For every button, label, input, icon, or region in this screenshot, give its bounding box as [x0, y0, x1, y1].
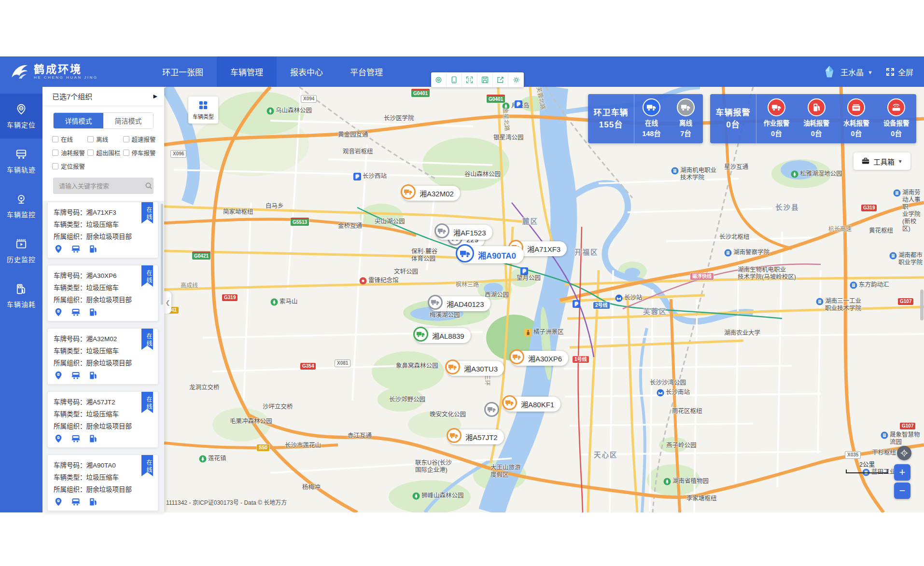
- fuel-icon[interactable]: [88, 434, 98, 443]
- fuel-icon[interactable]: [88, 371, 98, 380]
- fullscreen-icon[interactable]: [885, 67, 895, 77]
- fuel-icon[interactable]: [88, 307, 98, 317]
- sidebar-item-icon: [15, 283, 28, 295]
- toolbox-button[interactable]: 工具箱 ▼: [854, 152, 910, 170]
- sidebar-item-车辆油耗[interactable]: 车辆油耗: [0, 273, 42, 318]
- plate-value: 湘A90TA0: [86, 462, 116, 469]
- plate-label: 车牌号码：: [54, 399, 86, 406]
- user-chevron-down-icon[interactable]: ▼: [868, 69, 873, 75]
- toolbox-chevron-down-icon: ▼: [898, 159, 903, 164]
- vehicle-marker-hidden[interactable]: [486, 403, 501, 418]
- locate-button[interactable]: [897, 446, 911, 460]
- nav-tab-平台管理[interactable]: 平台管理: [336, 56, 396, 87]
- vehicle-marker-湘AL8839[interactable]: 湘AL8839: [415, 328, 471, 343]
- filter-超出围栏[interactable]: 超出围栏: [87, 148, 123, 157]
- user-name[interactable]: 王水晶: [840, 66, 864, 78]
- mode-tab[interactable]: 简洁模式: [103, 113, 153, 128]
- filter-在线[interactable]: 在线: [52, 135, 87, 144]
- vehicle-marker-湘A80KF1[interactable]: 湘A80KF1: [504, 397, 560, 412]
- checkbox[interactable]: [123, 150, 129, 156]
- scale-label: 2公里: [846, 459, 888, 469]
- plate-value: 湘A57JT2: [86, 399, 115, 406]
- plate-value: 湘A30XP6: [86, 272, 117, 279]
- zoom-in-button[interactable]: +: [894, 464, 910, 481]
- filter-定位报警[interactable]: 定位报警: [52, 162, 87, 171]
- track-icon[interactable]: [71, 434, 81, 443]
- vehicle-marker-湘A90TA0[interactable]: 湘A90TA0: [458, 246, 524, 263]
- org-expand-icon[interactable]: ▶: [154, 93, 157, 99]
- map[interactable]: 乌山森林公园长沙医学院黄金园互通月亮岛银星湾公园观音岩枢纽谷山森林公园麓谷站P长…: [42, 87, 924, 512]
- vehicle-card[interactable]: 车牌号码：湘A32M02 车辆类型：垃圾压缩车 所属组织：厨余垃圾项目部 在线: [47, 328, 158, 385]
- sidebar-item-历史监控[interactable]: 历史监控: [0, 228, 42, 273]
- locate-vehicle-icon[interactable]: [54, 307, 63, 317]
- filter-停车报警[interactable]: 停车报警: [123, 148, 159, 157]
- vehicle-marker-湘A30XP6[interactable]: 湘A30XP6: [511, 351, 568, 366]
- vehicle-card[interactable]: 车牌号码：湘A90TA0 车辆类型：垃圾压缩车 所属组织：厨余垃圾项目部 在线: [47, 455, 158, 511]
- map-tool-settings[interactable]: [508, 72, 524, 87]
- locate-vehicle-icon[interactable]: [54, 497, 63, 507]
- vehicle-card[interactable]: 车牌号码：湘A71XF3 车辆类型：垃圾压缩车 所属组织：厨余垃圾项目部 在线: [47, 202, 158, 258]
- user-avatar-icon[interactable]: [822, 65, 837, 79]
- checkbox[interactable]: [52, 163, 58, 169]
- fuel-icon[interactable]: [88, 244, 98, 254]
- app-body: 乌山森林公园长沙医学院黄金园互通月亮岛银星湾公园观音岩枢纽谷山森林公园麓谷站P长…: [0, 87, 924, 512]
- app-subtitle: HE CHENG HUAN JING: [34, 75, 98, 80]
- org-value: 厨余垃圾项目部: [86, 296, 132, 304]
- vehicle-type-button[interactable]: 车辆类型: [188, 97, 218, 124]
- panel-collapse-button[interactable]: ❮: [164, 291, 171, 314]
- checkbox[interactable]: [52, 150, 58, 156]
- logo-icon: [9, 62, 29, 82]
- nav-tab-环卫一张图[interactable]: 环卫一张图: [149, 56, 217, 87]
- map-tool-zoom-search[interactable]: [431, 72, 447, 87]
- mode-tab[interactable]: 详情模式: [54, 113, 103, 128]
- vehicle-type-label: 车辆类型: [193, 112, 214, 120]
- stat-column: 在线 148台: [634, 94, 669, 143]
- search-input[interactable]: [58, 182, 145, 190]
- filter-油耗报警[interactable]: 油耗报警: [52, 148, 87, 157]
- map-tool-save[interactable]: [477, 72, 493, 87]
- sidebar-item-车辆定位[interactable]: 车辆定位: [0, 94, 42, 138]
- checkbox[interactable]: [123, 136, 129, 142]
- sidebar-item-车辆轨迹[interactable]: 车辆轨迹: [0, 138, 42, 183]
- vehicle-marker-湘A30TU3[interactable]: 湘A30TU3: [447, 361, 504, 376]
- filter-超速报警[interactable]: 超速报警: [123, 135, 159, 144]
- truck-icon: [447, 428, 462, 443]
- locate-vehicle-icon[interactable]: [54, 434, 63, 443]
- truck-icon: [428, 295, 443, 310]
- vehicle-marker-湘AD40123[interactable]: 湘AD40123: [429, 296, 490, 311]
- fuel-icon[interactable]: [88, 497, 98, 507]
- search-icon[interactable]: [145, 182, 153, 190]
- track-icon[interactable]: [71, 307, 81, 317]
- page-scrollbar[interactable]: [920, 290, 924, 320]
- zoom-out-button[interactable]: −: [894, 483, 910, 499]
- fullscreen-label[interactable]: 全屏: [898, 66, 913, 78]
- truck-icon: [456, 244, 474, 262]
- vehicle-marker-湘AF1523[interactable]: 湘AF1523: [436, 225, 492, 240]
- track-icon[interactable]: [71, 371, 81, 380]
- checkbox[interactable]: [52, 136, 58, 142]
- track-icon[interactable]: [71, 497, 81, 507]
- map-toolbar: [431, 72, 524, 87]
- list-scrollbar[interactable]: [161, 204, 163, 305]
- checkbox[interactable]: [87, 136, 94, 142]
- nav-tab-车辆管理[interactable]: 车辆管理: [217, 56, 277, 87]
- map-tool-frame[interactable]: [447, 72, 462, 87]
- locate-vehicle-icon[interactable]: [54, 371, 63, 380]
- nav-tab-报表中心[interactable]: 报表中心: [277, 56, 336, 87]
- checkbox[interactable]: [87, 150, 94, 156]
- map-tool-expand[interactable]: [462, 72, 477, 87]
- vehicle-card[interactable]: 车牌号码：湘A57JT2 车辆类型：垃圾压缩车 所属组织：厨余垃圾项目部 在线: [47, 391, 158, 448]
- vehicle-marker-湘A57JT2[interactable]: 湘A57JT2: [448, 429, 504, 444]
- locate-vehicle-icon[interactable]: [54, 244, 63, 254]
- stat-value: 0台: [891, 128, 902, 138]
- vehicle-card[interactable]: 车牌号码：湘A30XP6 车辆类型：垃圾压缩车 所属组织：厨余垃圾项目部 在线: [47, 265, 158, 321]
- plate-label: 车牌号码：: [54, 335, 86, 343]
- sidebar-item-车辆监控[interactable]: 车辆监控: [0, 183, 42, 228]
- stat-value: 0台: [851, 128, 862, 138]
- filter-离线[interactable]: 离线: [87, 135, 123, 144]
- logo: 鹤成环境 HE CHENG HUAN JING: [9, 62, 120, 82]
- map-tool-share[interactable]: [493, 72, 508, 87]
- track-icon[interactable]: [71, 244, 81, 254]
- vehicle-marker-湘A32M02[interactable]: 湘A32M02: [402, 186, 460, 201]
- toolbox-icon: [861, 157, 870, 166]
